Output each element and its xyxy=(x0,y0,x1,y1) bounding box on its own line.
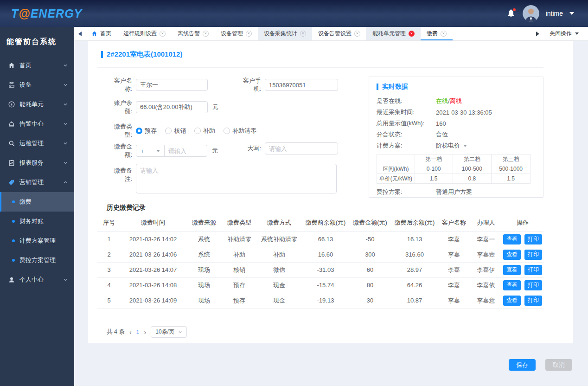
account-balance-field[interactable] xyxy=(136,101,208,113)
close-icon[interactable]: × xyxy=(300,31,306,37)
cell: 李嘉 xyxy=(438,277,470,293)
amount-sign-select[interactable]: + xyxy=(136,145,165,157)
cell: 现场 xyxy=(185,293,223,308)
cancel-button[interactable]: 取消 xyxy=(545,359,572,371)
close-icon-red[interactable]: × xyxy=(409,31,415,37)
sidebar-subitem-payment[interactable]: 缴费 xyxy=(0,192,74,212)
sidebar-item-marketing[interactable]: 营销管理 xyxy=(0,173,74,192)
cell: 1 xyxy=(97,232,121,247)
close-icon[interactable]: × xyxy=(203,31,209,37)
cell: 补助 xyxy=(256,247,302,262)
user-avatar[interactable] xyxy=(523,5,539,22)
tab-device-alarm-settings[interactable]: 设备告警设置 × xyxy=(312,27,366,40)
close-icon[interactable]: × xyxy=(246,31,252,37)
marketing-icon xyxy=(8,179,15,186)
chevron-down-icon xyxy=(63,161,68,165)
view-button[interactable]: 查看 xyxy=(503,280,521,290)
sidebar-item-reports[interactable]: 报表服务 xyxy=(0,153,74,173)
view-button[interactable]: 查看 xyxy=(503,296,521,306)
cell: 16.13 xyxy=(391,232,438,247)
tab-label: 能耗单元管理 xyxy=(372,30,406,38)
sidebar-item-personal-center[interactable]: 个人中心 xyxy=(0,270,74,290)
page-size-value: 10条/页 xyxy=(155,328,174,336)
tab-device-collect-stats[interactable]: 设备采集统计 × xyxy=(258,27,312,40)
remark-field[interactable] xyxy=(136,164,337,193)
save-button[interactable]: 保存 xyxy=(509,359,536,371)
sidebar-item-alarm-center[interactable]: 告警中心 xyxy=(0,114,74,134)
radio-subsidy[interactable]: 补助 xyxy=(194,127,215,135)
title-accent-bar xyxy=(101,51,103,58)
tab-label: 首页 xyxy=(100,30,111,38)
history-section-title: 历史缴费记录 xyxy=(107,204,146,212)
close-icon[interactable]: × xyxy=(354,31,360,37)
radio-prestore[interactable]: 预存 xyxy=(136,127,157,135)
tabs-scroll-left-icon[interactable] xyxy=(74,27,85,40)
tabbar-right-controls: 关闭操作 xyxy=(532,27,588,40)
sidebar-item-home[interactable]: 首页 xyxy=(0,56,74,75)
cell: 李嘉 xyxy=(438,293,470,308)
switch-state-row: 分合状态: 合位 xyxy=(377,129,536,140)
print-button[interactable]: 打印 xyxy=(524,296,542,306)
view-button[interactable]: 查看 xyxy=(503,250,521,260)
page-size-select[interactable]: 10条/页 xyxy=(151,326,187,338)
cell: 4 xyxy=(97,277,121,293)
tab-device-management[interactable]: 设备管理 × xyxy=(215,27,258,40)
radio-label: 核销 xyxy=(174,127,186,135)
sidebar-subitem-billing-plan[interactable]: 计费方案管理 xyxy=(0,231,74,251)
cell: 316.60 xyxy=(391,247,438,262)
customer-phone-label: 客户手机: xyxy=(236,77,261,93)
username-label[interactable]: intime xyxy=(546,10,563,17)
prev-page-icon[interactable]: ‹ xyxy=(129,328,132,336)
chevron-down-icon xyxy=(575,32,579,35)
customer-name-field[interactable] xyxy=(136,79,208,91)
table-row: 单价(元/kWh) 1.5 0.8 1.5 xyxy=(377,174,530,184)
actions-cell: 查看打印 xyxy=(502,277,543,293)
notification-bell-icon[interactable] xyxy=(506,8,516,19)
cell: 李嘉 xyxy=(438,232,470,247)
print-button[interactable]: 打印 xyxy=(524,234,542,244)
tab-run-rules[interactable]: 运行规则设置 × xyxy=(117,27,172,40)
chevron-down-icon[interactable] xyxy=(463,145,467,147)
bullet-icon xyxy=(12,200,15,203)
close-actions-label: 关闭操作 xyxy=(550,30,572,38)
customer-phone-field[interactable] xyxy=(265,79,338,91)
energy-unit-icon xyxy=(8,101,15,108)
sidebar-subitem-fee-control-plan[interactable]: 费控方案管理 xyxy=(0,251,74,270)
logo-text-t: T xyxy=(11,7,19,20)
print-button[interactable]: 打印 xyxy=(524,250,542,260)
view-button[interactable]: 查看 xyxy=(503,234,521,244)
page-number[interactable]: 1 xyxy=(136,329,140,335)
capital-amount-field[interactable] xyxy=(265,142,338,154)
view-button[interactable]: 查看 xyxy=(503,265,521,275)
collect-time-value: 2021-03-30 13:36:05 xyxy=(436,109,492,116)
payment-card: 2#2201室电表(1001012) 客户名称: 客户手机: 账户余额: 元 缴… xyxy=(88,41,573,343)
cell: 预存 xyxy=(223,293,256,308)
chevron-down-icon xyxy=(178,330,182,334)
user-menu-caret-icon[interactable] xyxy=(569,12,574,15)
realtime-data-panel: 实时数据 是否在线: 在线/离线 最近采集时间: 2021-03-30 13:3… xyxy=(369,77,543,198)
pay-amount-field[interactable] xyxy=(164,145,207,157)
sidebar-item-devices[interactable]: 设备 xyxy=(0,75,74,95)
cell: 2021-03-26 14:02 xyxy=(121,232,185,247)
tab-payment[interactable]: 缴费 × xyxy=(421,27,453,40)
sidebar-item-energy-unit[interactable]: 能耗单元 xyxy=(0,95,74,114)
sidebar-item-inspection[interactable]: 运检管理 xyxy=(0,134,74,153)
bullet-icon xyxy=(12,259,15,262)
sidebar-item-label: 首页 xyxy=(19,61,32,70)
print-button[interactable]: 打印 xyxy=(524,280,542,290)
tab-offline-alarm[interactable]: 离线告警 × xyxy=(172,27,215,40)
close-actions-dropdown[interactable]: 关闭操作 xyxy=(543,30,588,38)
actions-cell: 查看打印 xyxy=(502,293,543,308)
radio-writeoff[interactable]: 核销 xyxy=(165,127,186,135)
radio-subsidy-clear[interactable]: 补助清零 xyxy=(224,127,256,135)
billing-plan-value[interactable]: 阶梯电价 xyxy=(436,142,460,150)
close-icon[interactable]: × xyxy=(160,31,166,37)
print-button[interactable]: 打印 xyxy=(524,265,542,275)
home-icon xyxy=(8,62,15,69)
next-page-icon[interactable]: › xyxy=(144,328,147,336)
tabs-scroll-right-icon[interactable] xyxy=(532,32,543,36)
tab-energy-unit-management[interactable]: 能耗单元管理 × xyxy=(366,27,421,40)
close-icon[interactable]: × xyxy=(441,31,447,37)
tab-home[interactable]: 首页 xyxy=(85,27,117,40)
sidebar-subitem-finance-reconciliation[interactable]: 财务对账 xyxy=(0,212,74,231)
